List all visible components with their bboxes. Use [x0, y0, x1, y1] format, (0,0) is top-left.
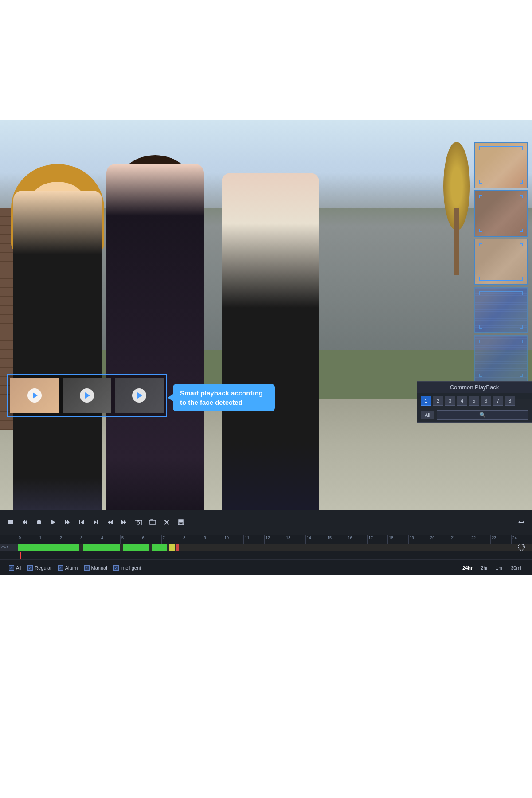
tick-6: 6 — [141, 535, 161, 544]
channel-btn-6[interactable]: 6 — [481, 396, 491, 406]
woman3-body — [222, 173, 319, 510]
time-indicator — [20, 552, 21, 559]
checkbox-group: ✓ All ✓ Regular ✓ Alarm ✓ Manual ✓ intel… — [9, 565, 141, 571]
checkbox-manual[interactable]: ✓ — [84, 565, 90, 571]
rewind-button[interactable] — [19, 516, 31, 528]
tick-3: 3 — [79, 535, 100, 544]
svg-marker-9 — [94, 520, 97, 524]
tick-8: 8 — [182, 535, 203, 544]
tick-10: 10 — [223, 535, 244, 544]
refresh-button[interactable] — [515, 541, 528, 553]
channel-btn-3[interactable]: 3 — [445, 396, 455, 406]
checkbox-all[interactable]: ✓ — [9, 565, 14, 571]
play-button-3[interactable] — [132, 388, 146, 403]
all-button[interactable]: All — [421, 411, 434, 419]
check-intelligent[interactable]: ✓ intelligent — [113, 565, 141, 571]
check-alarm[interactable]: ✓ Alarm — [58, 565, 78, 571]
svg-rect-10 — [97, 520, 98, 524]
channel-btn-4[interactable]: 4 — [457, 396, 467, 406]
face-thumbnail-4[interactable] — [474, 287, 528, 333]
channel-label-text: CH1 — [1, 545, 8, 549]
woman2-figure — [102, 137, 208, 510]
check-manual-label: Manual — [91, 565, 107, 571]
svg-marker-6 — [67, 520, 70, 524]
step-back-button[interactable] — [104, 516, 116, 528]
clip-thumb-1[interactable] — [10, 378, 59, 413]
snapshot-button[interactable] — [132, 516, 145, 528]
face-thumbnails-panel — [474, 142, 532, 382]
clip-thumb-2[interactable] — [63, 378, 111, 413]
clip-button[interactable] — [146, 516, 159, 528]
tick-0: 0 — [18, 535, 38, 544]
track-segment-green-2 — [83, 544, 119, 551]
video-container: Smart playback according to the face det… — [0, 120, 532, 510]
detect-box-4 — [479, 291, 523, 329]
channel-label: CH1 — [0, 544, 18, 551]
channel-btn-1[interactable]: 1 — [421, 396, 431, 406]
face-thumbnail-5[interactable] — [474, 335, 528, 382]
svg-rect-17 — [137, 520, 140, 521]
svg-marker-4 — [51, 520, 55, 524]
play-button-2[interactable] — [80, 388, 94, 403]
scale-2hr[interactable]: 2hr — [479, 564, 489, 571]
tooltip-text: Smart playback according to the face det… — [180, 389, 263, 406]
stop-button[interactable] — [4, 516, 17, 528]
channel-btn-2[interactable]: 2 — [433, 396, 443, 406]
tick-17: 17 — [368, 535, 388, 544]
skip-back-button[interactable] — [75, 516, 88, 528]
track-segment-green-4 — [152, 544, 167, 551]
play-button[interactable] — [47, 516, 59, 528]
svg-rect-0 — [8, 520, 13, 524]
play-button-1[interactable] — [27, 388, 42, 403]
save-button[interactable] — [175, 516, 187, 528]
play-triangle-icon-3 — [137, 392, 142, 399]
expand-button[interactable] — [515, 516, 528, 528]
tick-5: 5 — [121, 535, 141, 544]
face-thumbnail-2[interactable] — [474, 190, 528, 237]
detect-box-3 — [479, 243, 523, 281]
channel-btn-5[interactable]: 5 — [469, 396, 479, 406]
tick-12: 12 — [265, 535, 285, 544]
panel-row2: All 🔍 — [417, 408, 532, 422]
timeline-track[interactable] — [18, 544, 532, 551]
face-thumbnail-1[interactable] — [474, 142, 528, 188]
check-all[interactable]: ✓ All — [9, 565, 21, 571]
timeline-area: 0 1 2 3 4 5 6 7 8 9 10 11 12 13 14 15 16… — [0, 535, 532, 559]
tick-7: 7 — [162, 535, 182, 544]
time-display: 0:00:07 — [18, 544, 35, 548]
tick-19: 19 — [409, 535, 429, 544]
smart-playback-tooltip: Smart playback according to the face det… — [173, 384, 275, 411]
close-button[interactable] — [160, 516, 173, 528]
woman2-body — [106, 164, 204, 510]
check-regular[interactable]: ✓ Regular — [27, 565, 52, 571]
tree-decoration — [443, 142, 470, 275]
panel-header: Common PlayBack — [417, 382, 532, 393]
clip-thumb-3[interactable] — [115, 378, 164, 413]
check-all-label: All — [16, 565, 21, 571]
checkbox-intelligent[interactable]: ✓ — [113, 565, 119, 571]
record-button[interactable] — [33, 516, 45, 528]
control-bar — [0, 510, 532, 535]
check-manual[interactable]: ✓ Manual — [84, 565, 107, 571]
woman3-figure — [217, 146, 324, 510]
svg-marker-14 — [124, 520, 126, 524]
panel-channels: 1 2 3 4 5 6 7 8 — [417, 393, 532, 408]
common-playback-panel: Common PlayBack 1 2 3 4 5 6 7 8 All 🔍 — [417, 381, 532, 423]
skip-forward-button[interactable] — [90, 516, 102, 528]
checkbox-alarm[interactable]: ✓ — [58, 565, 63, 571]
channel-btn-8[interactable]: 8 — [505, 396, 515, 406]
channel-btn-7[interactable]: 7 — [493, 396, 503, 406]
scale-24hr[interactable]: 24hr — [461, 564, 474, 571]
search-box[interactable]: 🔍 — [437, 410, 528, 420]
scale-1hr[interactable]: 1hr — [494, 564, 505, 571]
tick-11: 11 — [244, 535, 264, 544]
tree-trunk — [454, 208, 459, 275]
scale-30mi[interactable]: 30mi — [509, 564, 523, 571]
time-scale-group: 24hr 2hr 1hr 30mi — [461, 564, 523, 571]
step-forward-button[interactable] — [118, 516, 130, 528]
fast-forward-button[interactable] — [61, 516, 74, 528]
svg-rect-7 — [79, 520, 80, 524]
check-alarm-label: Alarm — [65, 565, 78, 571]
face-thumbnail-3[interactable] — [474, 239, 528, 285]
checkbox-regular[interactable]: ✓ — [27, 565, 33, 571]
